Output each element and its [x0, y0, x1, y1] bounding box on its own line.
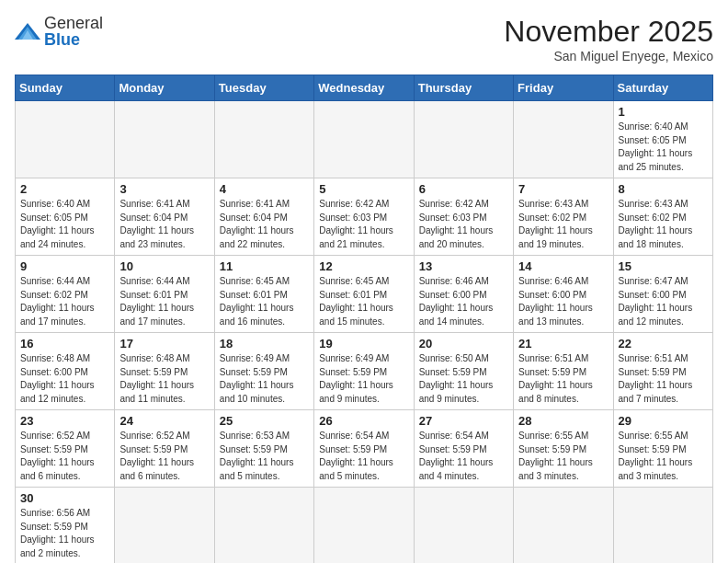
header: General Blue November 2025 San Miguel En… — [15, 15, 713, 63]
calendar-week-row: 9Sunrise: 6:44 AMSunset: 6:02 PMDaylight… — [16, 256, 713, 333]
calendar-day-cell: 11Sunrise: 6:45 AMSunset: 6:01 PMDayligh… — [214, 256, 313, 333]
weekday-header: Wednesday — [314, 75, 414, 101]
day-number: 16 — [20, 337, 109, 350]
day-number: 26 — [319, 414, 408, 428]
calendar-day-cell: 3Sunrise: 6:41 AMSunset: 6:04 PMDaylight… — [115, 178, 214, 256]
day-info: Sunrise: 6:45 AMSunset: 6:01 PMDaylight:… — [319, 275, 408, 328]
day-number: 15 — [619, 259, 708, 273]
day-number: 21 — [518, 337, 608, 350]
calendar-day-cell: 13Sunrise: 6:46 AMSunset: 6:00 PMDayligh… — [414, 256, 513, 333]
calendar-day-cell: 28Sunrise: 6:55 AMSunset: 5:59 PMDayligh… — [514, 410, 613, 488]
day-info: Sunrise: 6:56 AMSunset: 5:59 PMDaylight:… — [20, 507, 109, 560]
logo-icon — [15, 21, 40, 41]
day-info: Sunrise: 6:55 AMSunset: 5:59 PMDaylight:… — [619, 430, 708, 483]
calendar-day-cell: 15Sunrise: 6:47 AMSunset: 6:00 PMDayligh… — [613, 256, 712, 333]
calendar-week-row: 2Sunrise: 6:40 AMSunset: 6:05 PMDaylight… — [16, 178, 713, 256]
day-info: Sunrise: 6:43 AMSunset: 6:02 PMDaylight:… — [518, 198, 608, 251]
day-number: 17 — [119, 337, 209, 350]
day-info: Sunrise: 6:42 AMSunset: 6:03 PMDaylight:… — [419, 198, 508, 251]
calendar-week-row: 16Sunrise: 6:48 AMSunset: 6:00 PMDayligh… — [16, 333, 713, 410]
day-number: 20 — [419, 337, 508, 350]
day-number: 29 — [619, 414, 708, 428]
calendar-day-cell: 18Sunrise: 6:49 AMSunset: 5:59 PMDayligh… — [214, 333, 313, 410]
title-area: November 2025 San Miguel Enyege, Mexico — [504, 15, 713, 63]
day-number: 9 — [20, 259, 109, 273]
calendar-week-row: 30Sunrise: 6:56 AMSunset: 5:59 PMDayligh… — [16, 488, 713, 564]
day-number: 8 — [619, 182, 708, 196]
day-info: Sunrise: 6:47 AMSunset: 6:00 PMDaylight:… — [619, 275, 708, 328]
logo-text: General Blue — [44, 15, 103, 48]
calendar-day-cell: 4Sunrise: 6:41 AMSunset: 6:04 PMDaylight… — [214, 178, 313, 256]
day-info: Sunrise: 6:46 AMSunset: 6:00 PMDaylight:… — [518, 275, 608, 328]
day-info: Sunrise: 6:42 AMSunset: 6:03 PMDaylight:… — [319, 198, 408, 251]
calendar-week-row: 23Sunrise: 6:52 AMSunset: 5:59 PMDayligh… — [16, 410, 713, 488]
day-number: 7 — [518, 182, 608, 196]
calendar-day-cell: 30Sunrise: 6:56 AMSunset: 5:59 PMDayligh… — [16, 488, 115, 564]
day-number: 11 — [220, 259, 309, 273]
calendar-day-cell — [314, 101, 414, 178]
calendar-day-cell: 5Sunrise: 6:42 AMSunset: 6:03 PMDaylight… — [314, 178, 414, 256]
calendar-day-cell: 1Sunrise: 6:40 AMSunset: 6:05 PMDaylight… — [613, 101, 712, 178]
day-info: Sunrise: 6:44 AMSunset: 6:01 PMDaylight:… — [119, 275, 209, 328]
day-number: 14 — [518, 259, 608, 273]
weekday-header: Friday — [514, 75, 613, 101]
day-number: 2 — [20, 182, 109, 196]
month-title: November 2025 — [504, 15, 713, 49]
calendar-day-cell: 14Sunrise: 6:46 AMSunset: 6:00 PMDayligh… — [514, 256, 613, 333]
calendar-day-cell — [115, 101, 214, 178]
day-number: 6 — [419, 182, 508, 196]
calendar: SundayMondayTuesdayWednesdayThursdayFrid… — [15, 75, 713, 563]
calendar-day-cell: 9Sunrise: 6:44 AMSunset: 6:02 PMDaylight… — [16, 256, 115, 333]
day-number: 27 — [419, 414, 508, 428]
calendar-day-cell: 6Sunrise: 6:42 AMSunset: 6:03 PMDaylight… — [414, 178, 513, 256]
day-info: Sunrise: 6:51 AMSunset: 5:59 PMDaylight:… — [619, 352, 708, 406]
day-info: Sunrise: 6:48 AMSunset: 6:00 PMDaylight:… — [20, 352, 109, 406]
day-info: Sunrise: 6:44 AMSunset: 6:02 PMDaylight:… — [20, 275, 109, 328]
day-info: Sunrise: 6:55 AMSunset: 5:59 PMDaylight:… — [518, 430, 608, 483]
calendar-day-cell: 10Sunrise: 6:44 AMSunset: 6:01 PMDayligh… — [115, 256, 214, 333]
calendar-day-cell: 24Sunrise: 6:52 AMSunset: 5:59 PMDayligh… — [115, 410, 214, 488]
day-number: 30 — [20, 491, 109, 505]
day-info: Sunrise: 6:46 AMSunset: 6:00 PMDaylight:… — [419, 275, 508, 328]
calendar-day-cell: 16Sunrise: 6:48 AMSunset: 6:00 PMDayligh… — [16, 333, 115, 410]
calendar-day-cell: 29Sunrise: 6:55 AMSunset: 5:59 PMDayligh… — [613, 410, 712, 488]
day-info: Sunrise: 6:51 AMSunset: 5:59 PMDaylight:… — [518, 352, 608, 406]
calendar-week-row: 1Sunrise: 6:40 AMSunset: 6:05 PMDaylight… — [16, 101, 713, 178]
logo: General Blue — [15, 15, 103, 48]
logo-blue: Blue — [44, 30, 80, 49]
day-number: 19 — [319, 337, 408, 350]
calendar-header: SundayMondayTuesdayWednesdayThursdayFrid… — [16, 75, 713, 101]
day-number: 18 — [220, 337, 309, 350]
calendar-day-cell: 17Sunrise: 6:48 AMSunset: 5:59 PMDayligh… — [115, 333, 214, 410]
calendar-day-cell — [514, 101, 613, 178]
day-info: Sunrise: 6:41 AMSunset: 6:04 PMDaylight:… — [220, 198, 309, 251]
calendar-day-cell — [115, 488, 214, 564]
day-info: Sunrise: 6:40 AMSunset: 6:05 PMDaylight:… — [20, 198, 109, 251]
day-info: Sunrise: 6:41 AMSunset: 6:04 PMDaylight:… — [119, 198, 209, 251]
calendar-day-cell: 7Sunrise: 6:43 AMSunset: 6:02 PMDaylight… — [514, 178, 613, 256]
calendar-day-cell: 26Sunrise: 6:54 AMSunset: 5:59 PMDayligh… — [314, 410, 414, 488]
day-number: 25 — [220, 414, 309, 428]
location: San Miguel Enyege, Mexico — [504, 49, 713, 63]
calendar-day-cell — [613, 488, 712, 564]
day-info: Sunrise: 6:49 AMSunset: 5:59 PMDaylight:… — [220, 352, 309, 406]
weekday-header-row: SundayMondayTuesdayWednesdayThursdayFrid… — [16, 75, 713, 101]
day-info: Sunrise: 6:54 AMSunset: 5:59 PMDaylight:… — [419, 430, 508, 483]
day-number: 28 — [518, 414, 608, 428]
weekday-header: Saturday — [613, 75, 712, 101]
calendar-body: 1Sunrise: 6:40 AMSunset: 6:05 PMDaylight… — [16, 101, 713, 564]
logo-general: General — [44, 14, 103, 32]
day-info: Sunrise: 6:43 AMSunset: 6:02 PMDaylight:… — [619, 198, 708, 251]
day-number: 23 — [20, 414, 109, 428]
day-info: Sunrise: 6:52 AMSunset: 5:59 PMDaylight:… — [20, 430, 109, 483]
calendar-day-cell: 23Sunrise: 6:52 AMSunset: 5:59 PMDayligh… — [16, 410, 115, 488]
calendar-day-cell: 12Sunrise: 6:45 AMSunset: 6:01 PMDayligh… — [314, 256, 414, 333]
calendar-day-cell: 2Sunrise: 6:40 AMSunset: 6:05 PMDaylight… — [16, 178, 115, 256]
calendar-day-cell: 19Sunrise: 6:49 AMSunset: 5:59 PMDayligh… — [314, 333, 414, 410]
day-info: Sunrise: 6:52 AMSunset: 5:59 PMDaylight:… — [119, 430, 209, 483]
calendar-day-cell — [414, 488, 513, 564]
day-number: 10 — [119, 259, 209, 273]
day-number: 1 — [619, 105, 708, 119]
day-number: 3 — [119, 182, 209, 196]
day-info: Sunrise: 6:48 AMSunset: 5:59 PMDaylight:… — [119, 352, 209, 406]
